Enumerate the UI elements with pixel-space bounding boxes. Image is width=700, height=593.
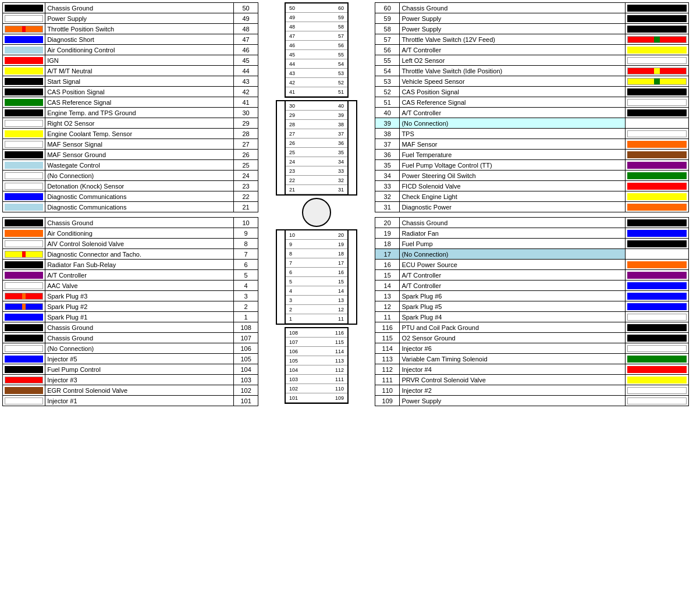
pin-number: 15	[375, 270, 400, 280]
signal-name: O2 Sensor Ground	[400, 333, 626, 343]
table-row: 55 Left O2 Sensor	[375, 55, 689, 66]
right-pin: 16	[338, 269, 344, 275]
left-pin: 42	[289, 80, 295, 86]
color-swatch	[625, 171, 688, 181]
signal-name: Chassis Ground	[45, 322, 234, 333]
signal-name: Spark Plug #1	[45, 312, 234, 322]
pin-number: 51	[375, 97, 400, 108]
signal-name: Diagnostic Communications	[45, 202, 234, 212]
pin-pair-row: 616	[286, 268, 347, 277]
left-table-bottom: Chassis Ground 10 Air Conditioning 9 AIV…	[2, 217, 258, 406]
table-row: 13 Spark Plug #6	[375, 291, 689, 301]
color-swatch	[3, 34, 45, 45]
table-row: 56 A/T Controller	[375, 45, 689, 55]
color-swatch	[625, 87, 688, 97]
table-row: 57 Throttle Valve Switch (12V Feed)	[375, 34, 689, 45]
signal-name: Power Supply	[400, 396, 626, 406]
pin-pair-row: 2131	[286, 185, 347, 194]
left-pin: 28	[289, 122, 295, 127]
pin-number: 54	[375, 66, 400, 76]
pin-number: 28	[234, 129, 258, 139]
right-pin: 51	[338, 89, 344, 95]
signal-name: Fuel Temperature	[400, 150, 626, 160]
right-pin: 109	[335, 395, 344, 401]
signal-name: Throttle Position Switch	[45, 24, 234, 34]
pin-pair-row: 919	[286, 240, 347, 249]
table-row: CAS Reference Signal 41	[3, 97, 258, 108]
table-row: MAF Sensor Ground 26	[3, 150, 258, 160]
pin-pair-row: 101109	[286, 393, 347, 403]
signal-name: Power Steering Oil Switch	[400, 171, 626, 181]
color-swatch	[3, 171, 45, 181]
left-pin: 29	[289, 112, 295, 118]
left-pin: 6	[289, 269, 292, 275]
pin-number: 38	[375, 129, 400, 139]
left-pin: 108	[289, 330, 298, 336]
pin-pair-row: 1020	[286, 230, 347, 240]
signal-name: Detonation (Knock) Sensor	[45, 181, 234, 191]
right-pin: 110	[335, 386, 344, 392]
pin-pair-row: 2636	[286, 139, 347, 148]
table-row: 110 Injector #2	[375, 385, 689, 396]
pin-pair-row: 4555	[286, 50, 347, 59]
signal-name: Air Conditioning	[45, 228, 234, 239]
left-pin: 47	[289, 33, 295, 39]
right-pin: 116	[335, 330, 344, 336]
table-row: Diagnostic Short 47	[3, 34, 258, 45]
table-row: 17 (No Connection)	[375, 249, 689, 260]
color-swatch	[625, 24, 688, 34]
table-row: 11 Spark Plug #4	[375, 312, 689, 322]
signal-name: Fuel Pump Voltage Control (TT)	[400, 160, 626, 171]
right-pin: 33	[338, 168, 344, 174]
right-pin: 53	[338, 70, 344, 76]
pin-number: 53	[375, 76, 400, 87]
left-pin: 43	[289, 70, 295, 76]
pin-pair-row: 105113	[286, 356, 347, 365]
left-pin: 45	[289, 52, 295, 58]
pin-number: 113	[375, 354, 400, 364]
color-swatch	[625, 312, 688, 322]
right-pin: 12	[338, 307, 344, 313]
table-row: IGN 45	[3, 55, 258, 66]
table-row: Spark Plug #3 3	[3, 291, 258, 301]
color-swatch	[625, 45, 688, 55]
table-row: AIV Control Solenoid Valve 8	[3, 239, 258, 249]
pin-pair-row: 2232	[286, 176, 347, 185]
pin-number: 1	[234, 312, 258, 322]
left-pin: 44	[289, 61, 295, 67]
left-table-top: Chassis Ground 50 Power Supply 49 Thrott…	[2, 2, 258, 212]
table-row: Diagnostic Communications 21	[3, 202, 258, 212]
table-row: Chassis Ground 50	[3, 3, 258, 13]
left-pin: 21	[289, 187, 295, 193]
pin-number: 116	[375, 322, 400, 333]
table-row: Injector #5 105	[3, 354, 258, 364]
table-row: (No Connection) 24	[3, 171, 258, 181]
right-pin: 113	[335, 358, 344, 364]
right-pin: 19	[338, 242, 344, 247]
table-row: 113 Variable Cam Timing Solenoid	[375, 354, 689, 364]
table-row: 12 Spark Plug #5	[375, 301, 689, 312]
signal-name: CAS Reference Signal	[45, 97, 234, 108]
pin-number: 104	[234, 364, 258, 375]
table-row: Right O2 Sensor 29	[3, 118, 258, 129]
connector-mid-wrapper: 3040293928382737263625352434233322322131	[276, 100, 357, 196]
signal-name: MAF Sensor Signal	[45, 139, 234, 150]
color-swatch	[3, 343, 45, 354]
connector-bottom-section: 1081161071151061141051131041121031111021…	[285, 327, 349, 404]
pin-pair-row: 111	[286, 314, 347, 324]
left-pin: 49	[289, 15, 295, 20]
signal-name: AIV Control Solenoid Valve	[45, 239, 234, 249]
color-swatch	[3, 129, 45, 139]
signal-name: CAS Position Signal	[45, 87, 234, 97]
right-pin: 38	[338, 122, 344, 127]
lower-pin-grid: 1020919818717616515414313212111	[285, 229, 349, 325]
color-swatch	[625, 239, 688, 249]
right-pin: 57	[338, 33, 344, 39]
left-pin: 4	[289, 288, 292, 294]
connector-circle	[302, 198, 331, 227]
table-row: 111 PRVR Control Solenoid Valve	[375, 375, 689, 385]
color-swatch	[3, 280, 45, 291]
signal-name: Chassis Ground	[400, 3, 626, 13]
table-row: 59 Power Supply	[375, 13, 689, 24]
signal-name: Throttle Valve Switch (Idle Position)	[400, 66, 626, 76]
